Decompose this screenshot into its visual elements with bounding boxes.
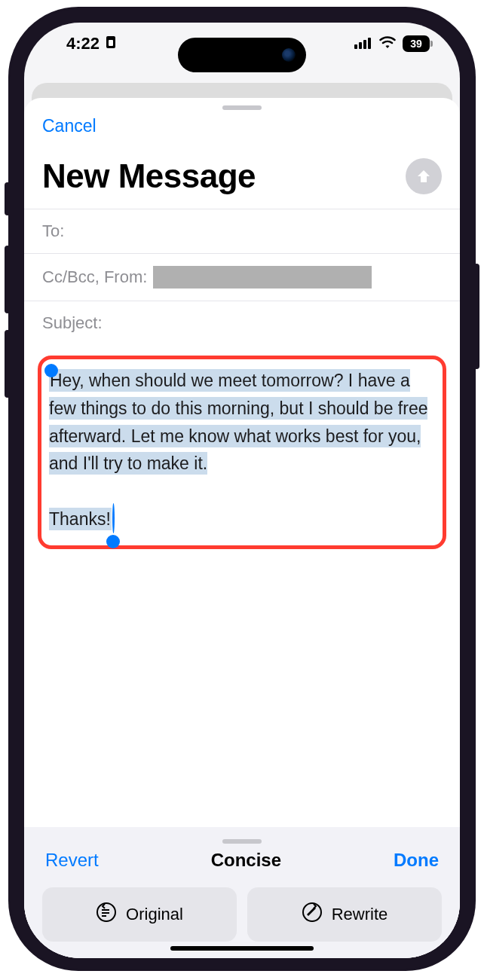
annotation-highlight: Hey, when should we meet tomorrow? I hav… — [38, 356, 446, 549]
original-button[interactable]: Original — [42, 887, 237, 942]
svg-rect-4 — [363, 40, 366, 49]
rewrite-label: Rewrite — [332, 905, 388, 924]
page-title: New Message — [42, 157, 256, 195]
camera-dot — [282, 48, 296, 62]
selection-end-handle[interactable] — [106, 535, 120, 548]
selection-caret — [112, 503, 115, 533]
toolbar-grabber[interactable] — [222, 839, 262, 844]
to-label: To: — [42, 221, 64, 241]
subject-field[interactable]: Subject: — [24, 301, 460, 345]
original-label: Original — [126, 905, 183, 924]
wifi-icon — [378, 34, 397, 53]
battery-level: 39 — [410, 38, 422, 50]
message-body[interactable]: Hey, when should we meet tomorrow? I hav… — [24, 345, 460, 827]
arrow-up-icon — [415, 167, 433, 185]
compose-sheet: Cancel New Message To: Cc/Bcc, From: Sub… — [24, 98, 460, 958]
selected-text[interactable]: Hey, when should we meet tomorrow? I hav… — [49, 369, 427, 530]
svg-rect-3 — [359, 42, 362, 49]
selection-start-handle[interactable] — [44, 364, 58, 377]
phone-frame: 4:22 39 — [11, 9, 473, 969]
writing-tools-toolbar: Revert Concise Done Original — [24, 827, 460, 958]
cancel-button[interactable]: Cancel — [42, 116, 96, 136]
cc-bcc-from-field[interactable]: Cc/Bcc, From: — [24, 254, 460, 301]
rewrite-icon — [302, 902, 323, 927]
send-button[interactable] — [406, 158, 442, 194]
mode-label: Concise — [211, 850, 281, 871]
status-time: 4:22 — [66, 34, 100, 53]
svg-rect-2 — [354, 44, 357, 49]
notch — [178, 38, 306, 72]
cc-label: Cc/Bcc, From: — [42, 267, 147, 287]
sim-icon — [104, 34, 118, 53]
done-button[interactable]: Done — [394, 850, 439, 871]
home-indicator[interactable] — [170, 946, 314, 951]
original-icon — [96, 902, 117, 927]
svg-rect-1 — [109, 40, 113, 46]
from-value-redacted — [153, 266, 372, 289]
svg-rect-5 — [368, 38, 371, 49]
rewrite-button[interactable]: Rewrite — [247, 887, 442, 942]
subject-label: Subject: — [42, 313, 103, 333]
battery-icon: 39 — [403, 35, 430, 52]
revert-button[interactable]: Revert — [45, 850, 99, 871]
screen: 4:22 39 — [24, 23, 460, 958]
sheet-grabber[interactable] — [222, 105, 262, 110]
cellular-icon — [354, 34, 372, 53]
to-field[interactable]: To: — [24, 209, 460, 254]
